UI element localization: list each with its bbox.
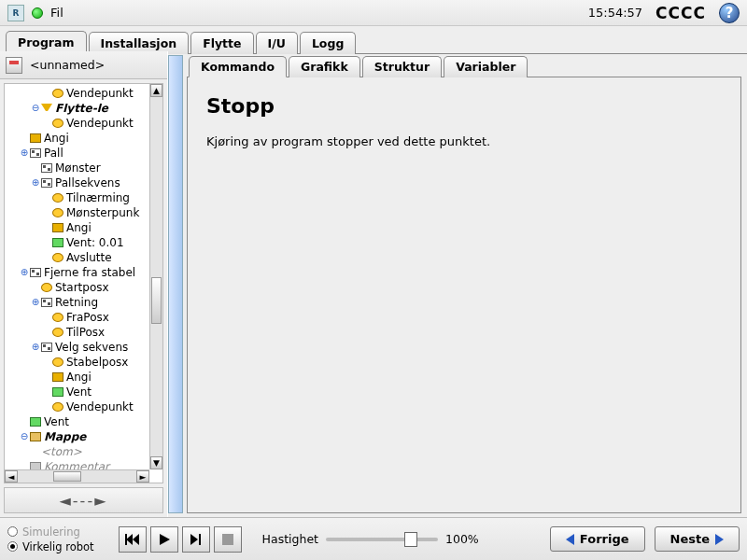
tree-node[interactable]: ⊖Flytte-le — [8, 101, 149, 116]
menu-file[interactable]: Fil — [50, 6, 63, 20]
tree-node-label: Vendepunkt — [66, 86, 134, 101]
wait-icon — [52, 238, 63, 247]
cmd-icon — [30, 268, 41, 277]
tree-node-label: Angi — [44, 131, 69, 146]
tree-toggle-icon[interactable]: ⊕ — [20, 265, 29, 280]
play-button[interactable] — [150, 526, 178, 553]
mode-real-label: Virkelig robot — [22, 540, 94, 553]
scroll-left-icon[interactable]: ◄ — [5, 470, 18, 483]
svg-marker-4 — [190, 534, 198, 545]
help-button[interactable]: ? — [719, 3, 740, 23]
tree-toggle-icon[interactable]: ⊕ — [31, 295, 40, 310]
tree-toggle-icon[interactable]: ⊕ — [31, 175, 40, 190]
step-button[interactable] — [182, 526, 210, 553]
status-indicator-icon — [32, 7, 43, 19]
program-tree[interactable]: Vendepunkt⊖Flytte-leVendepunktAngi⊕PallM… — [4, 83, 163, 483]
tree-node[interactable]: <tom> — [8, 444, 149, 459]
svg-rect-5 — [199, 534, 201, 545]
tree-node[interactable]: Vendepunkt — [8, 116, 149, 131]
svg-marker-3 — [160, 534, 170, 545]
tree-node[interactable]: ⊕Pallsekvens — [8, 175, 149, 190]
rewind-button[interactable] — [119, 526, 147, 553]
next-button[interactable]: Neste — [655, 526, 740, 552]
scroll-thumb[interactable] — [151, 277, 162, 324]
radio-icon — [7, 526, 18, 537]
tree-node-label: Tilnærming — [66, 190, 130, 205]
tree-node-label: Pall — [44, 146, 63, 161]
set-icon — [30, 133, 41, 143]
tree-node[interactable]: Vendepunkt — [8, 399, 149, 414]
tree-node[interactable]: Vent: 0.01 — [8, 235, 149, 250]
save-icon[interactable] — [6, 57, 22, 74]
tab-kommando[interactable]: Kommando — [189, 56, 287, 77]
tree-node[interactable]: Tilnærming — [8, 190, 149, 205]
tree-node[interactable]: FraPosx — [8, 310, 149, 325]
tree-vertical-scrollbar[interactable]: ▲ ▼ — [149, 84, 162, 469]
tree-toggle-icon[interactable]: ⊕ — [20, 146, 29, 161]
speed-value: 100% — [445, 532, 479, 546]
speed-slider[interactable] — [326, 538, 438, 541]
arrow-left-icon — [566, 534, 574, 545]
tree-node[interactable]: ⊕Pall — [8, 146, 149, 161]
tree-node[interactable]: ⊕Retning — [8, 295, 149, 310]
tree-node[interactable]: Angi — [8, 370, 149, 385]
mode-simulation-label: Simulering — [22, 525, 80, 539]
tree-toggle-icon[interactable]: ⊖ — [31, 101, 40, 116]
mode-simulation[interactable]: Simulering — [7, 525, 94, 539]
bottom-bar: Simulering Virkelig robot Hastighet 100%… — [0, 517, 747, 560]
file-bar: <unnamed> — [0, 51, 167, 79]
tree-node-label: <tom> — [41, 444, 82, 459]
panel-body: Kjøring av program stopper ved dette pun… — [206, 134, 722, 148]
tree-node[interactable]: Angi — [8, 131, 149, 146]
reorder-handle[interactable]: ◄---► — [4, 487, 163, 513]
svg-marker-0 — [126, 534, 133, 545]
tab-grafikk[interactable]: Grafikk — [289, 56, 360, 77]
way-icon — [52, 208, 63, 217]
tree-node-label: Angi — [66, 370, 92, 385]
tree-node-label: Mønsterpunk — [66, 205, 139, 220]
svg-rect-1 — [125, 534, 127, 545]
command-panel: Stopp Kjøring av program stopper ved det… — [187, 77, 741, 513]
scroll-up-icon[interactable]: ▲ — [150, 84, 162, 97]
tree-horizontal-scrollbar[interactable]: ◄ ► — [5, 469, 149, 483]
position-gutter[interactable] — [168, 55, 183, 513]
tree-node[interactable]: Stabelposx — [8, 355, 149, 370]
tree-node[interactable]: Vendepunkt — [8, 86, 149, 101]
tree-node[interactable]: ⊕Fjerne fra stabel — [8, 265, 149, 280]
stop-icon — [222, 534, 233, 545]
app-logo: R — [7, 5, 24, 21]
tree-toggle-icon[interactable]: ⊖ — [20, 429, 29, 444]
tree-node[interactable]: Vent — [8, 385, 149, 399]
tree-node-label: TilPosx — [66, 325, 105, 340]
way-icon — [52, 119, 63, 128]
sub-tabs: Kommando Grafikk Struktur Variabler — [187, 55, 741, 77]
tree-node-label: Retning — [55, 295, 98, 310]
stop-button[interactable] — [214, 526, 242, 553]
scroll-down-icon[interactable]: ▼ — [150, 456, 162, 469]
cmd-icon — [41, 163, 52, 173]
status-text: CCCC — [655, 4, 706, 22]
scroll-thumb[interactable] — [53, 471, 81, 482]
clock: 15:54:57 — [588, 6, 642, 20]
tree-node[interactable]: Kommentar — [8, 459, 149, 469]
previous-button[interactable]: Forrige — [550, 526, 645, 552]
tree-node-label: Velg sekvens — [55, 340, 128, 355]
panel-title: Stopp — [206, 94, 722, 118]
transport-controls — [119, 526, 242, 553]
tree-node[interactable]: Startposx — [8, 280, 149, 295]
tree-node[interactable]: ⊖Mappe — [8, 429, 149, 444]
tree-toggle-icon[interactable]: ⊕ — [31, 340, 40, 355]
tree-node[interactable]: TilPosx — [8, 325, 149, 340]
tree-node[interactable]: Mønsterpunk — [8, 205, 149, 220]
tree-node-label: Avslutte — [66, 250, 112, 265]
mode-real-robot[interactable]: Virkelig robot — [7, 540, 94, 553]
tab-struktur[interactable]: Struktur — [362, 56, 442, 77]
tree-node[interactable]: Avslutte — [8, 250, 149, 265]
tree-node-label: Angi — [66, 220, 92, 235]
tree-node[interactable]: Angi — [8, 220, 149, 235]
tree-node[interactable]: Mønster — [8, 161, 149, 175]
tree-node[interactable]: ⊕Velg sekvens — [8, 340, 149, 355]
scroll-right-icon[interactable]: ► — [136, 470, 149, 483]
tab-variabler[interactable]: Variabler — [444, 56, 528, 77]
tree-node[interactable]: Vent — [8, 414, 149, 429]
